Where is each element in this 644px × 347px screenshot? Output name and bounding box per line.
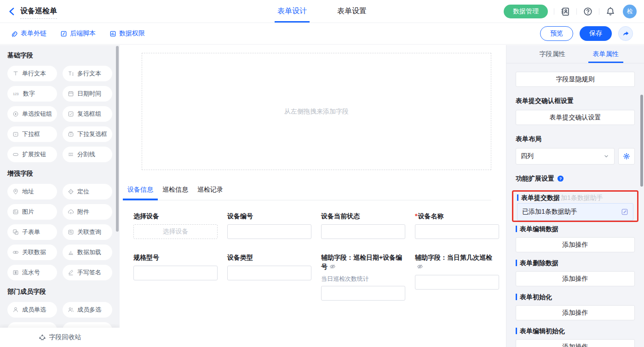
pill-label: 子表单 <box>22 228 40 236</box>
radio-icon <box>12 111 19 117</box>
pill-label: 日期时间 <box>77 90 101 98</box>
add-action-button-edit-data[interactable]: 添加操作 <box>516 237 635 252</box>
tab-form-settings[interactable]: 表单设置 <box>336 0 368 23</box>
sidebar-scrollbar[interactable] <box>116 46 119 232</box>
field-aux-date-no: 辅助字段：巡检日期+设备编号 当日巡检次数统计 <box>321 253 405 301</box>
field-pill-divider[interactable]: 分割线 <box>63 147 112 162</box>
hidden-eye-icon[interactable] <box>417 263 423 270</box>
field-label-text: 设备名称 <box>418 212 443 220</box>
field-spec-model: 规格型号 <box>133 253 218 280</box>
field-pill-multi-select[interactable]: 下拉复选框 <box>63 126 112 142</box>
add-action-button-init[interactable]: 添加操作 <box>516 305 635 320</box>
preview-button[interactable]: 预览 <box>540 26 573 41</box>
device-type-input[interactable] <box>227 266 311 280</box>
address-icon <box>12 188 19 195</box>
notification-bell-icon[interactable] <box>605 6 615 17</box>
data-assistant-row[interactable]: 已添加1条数据助手 <box>517 203 633 221</box>
field-label: 选择设备 <box>133 211 218 221</box>
pill-label: 数据加载 <box>77 248 101 256</box>
data-manage-button[interactable]: 数据管理 <box>504 5 548 18</box>
save-button[interactable]: 保存 <box>580 26 612 41</box>
field-select-device: 选择设备 选择设备 <box>133 211 218 239</box>
header-tabs: 表单设计 表单设置 <box>276 0 368 23</box>
contacts-icon[interactable] <box>560 6 570 17</box>
data-permission-link[interactable]: 数据权限 <box>109 29 145 38</box>
device-no-input[interactable] <box>227 224 311 239</box>
tab-device-info[interactable]: 设备信息 <box>123 184 158 200</box>
aux-daily-count-input[interactable] <box>415 275 499 290</box>
field-pill-address[interactable]: 地址 <box>7 184 57 199</box>
section-marker <box>517 194 518 201</box>
share-button[interactable] <box>618 26 633 41</box>
field-label-text: 辅助字段：当日第几次巡检 <box>415 254 492 261</box>
section-title-enhanced-fields: 增强字段 <box>7 170 112 178</box>
pill-label: 成员单选 <box>22 306 46 314</box>
field-pill-single-text[interactable]: 单行文本 <box>7 66 57 81</box>
add-action-button-delete-data[interactable]: 添加操作 <box>516 271 635 286</box>
field-pill-data-load[interactable]: 数据加载 <box>63 245 112 260</box>
share-icon <box>622 30 630 38</box>
device-name-input[interactable] <box>415 224 499 239</box>
field-pill-select[interactable]: 下拉框 <box>7 126 57 142</box>
page-title[interactable]: 设备巡检单 <box>20 6 57 19</box>
submit-confirm-button[interactable]: 表单提交确认设置 <box>516 110 635 125</box>
number-icon <box>12 91 20 97</box>
back-icon[interactable] <box>7 7 17 16</box>
daily-count-link[interactable]: 当日巡检次数统计 <box>321 275 405 283</box>
panel-scrollbar[interactable] <box>640 95 643 187</box>
tab-inspect-info[interactable]: 巡检信息 <box>158 184 193 200</box>
tab-form-design[interactable]: 表单设计 <box>276 0 308 23</box>
spec-model-input[interactable] <box>133 266 218 280</box>
field-recycle-bin[interactable]: 字段回收站 <box>0 328 120 347</box>
dropzone[interactable]: 从左侧拖拽来添加字段 <box>142 53 491 170</box>
member-multi-icon <box>68 307 74 313</box>
aux-date-no-input[interactable] <box>321 286 405 301</box>
field-pill-number[interactable]: 数字 <box>7 86 57 102</box>
tab-field-properties[interactable]: 字段属性 <box>535 45 570 63</box>
field-pill-checkbox-group[interactable]: 复选框组 <box>63 106 112 122</box>
section-marker <box>516 226 517 232</box>
field-pill-attachment[interactable]: 附件 <box>63 204 112 220</box>
field-pill-relation-data[interactable]: 关联数据 <box>7 245 57 260</box>
ext-section-title: 表单删除数据 <box>520 258 558 267</box>
field-pill-signature[interactable]: 手写签名 <box>63 265 112 280</box>
field-pill-datetime[interactable]: 日期时间 <box>63 86 112 102</box>
field-pill-serial-number[interactable]: 流水号 <box>7 265 57 280</box>
subform-icon <box>12 229 19 235</box>
ext-section-title: 表单初始化 <box>520 292 552 301</box>
field-pill-subform[interactable]: 子表单 <box>7 224 57 240</box>
field-pill-radio-group[interactable]: 单选按钮组 <box>7 106 57 122</box>
field-pill-member-multi[interactable]: 成员多选 <box>63 302 112 318</box>
tab-inspect-record[interactable]: 巡检记录 <box>193 184 228 200</box>
field-pill-multi-text[interactable]: 多行文本 <box>63 66 112 81</box>
multi-select-icon <box>68 131 74 137</box>
field-pill-member-single[interactable]: 成员单选 <box>7 302 57 318</box>
field-pill-relation-query[interactable]: 关联查询 <box>63 224 112 240</box>
layout-select-value: 四列 <box>521 152 534 160</box>
avatar[interactable]: 检 <box>623 5 637 18</box>
recycle-icon <box>39 334 46 341</box>
field-pill-image[interactable]: 图片 <box>7 204 57 220</box>
device-status-input[interactable] <box>321 224 405 239</box>
help-icon[interactable] <box>583 6 593 17</box>
data-assistant-label: 已添加1条数据助手 <box>522 208 577 216</box>
select-device-button[interactable]: 选择设备 <box>133 224 218 239</box>
pill-label: 定位 <box>77 188 89 196</box>
properties-panel: 字段属性 表单属性 字段显隐规则 表单提交确认框设置 表单提交确认设置 表单布局… <box>506 45 644 347</box>
layout-select[interactable]: 四列 <box>516 148 615 165</box>
question-icon[interactable] <box>557 175 564 182</box>
field-pill-location[interactable]: 定位 <box>63 184 112 199</box>
field-pill-ext-button[interactable]: 扩展按钮 <box>7 147 57 162</box>
ext-section-edit-data: 表单编辑数据 <box>516 224 635 233</box>
link-label: 后端脚本 <box>70 29 96 38</box>
backend-script-link[interactable]: 后端脚本 <box>60 29 96 38</box>
field-visibility-rule-button[interactable]: 字段显隐规则 <box>516 72 635 87</box>
required-star: * <box>415 212 417 220</box>
edit-icon[interactable] <box>621 208 628 216</box>
ghost-text: 加1条数据助手 <box>561 193 603 202</box>
form-external-link[interactable]: 表单外链 <box>11 29 46 38</box>
tab-form-properties[interactable]: 表单属性 <box>588 45 623 63</box>
hidden-eye-icon[interactable] <box>329 263 336 270</box>
layout-settings-button[interactable] <box>618 148 635 165</box>
add-action-button-edit-init[interactable]: 添加操作 <box>516 339 635 347</box>
